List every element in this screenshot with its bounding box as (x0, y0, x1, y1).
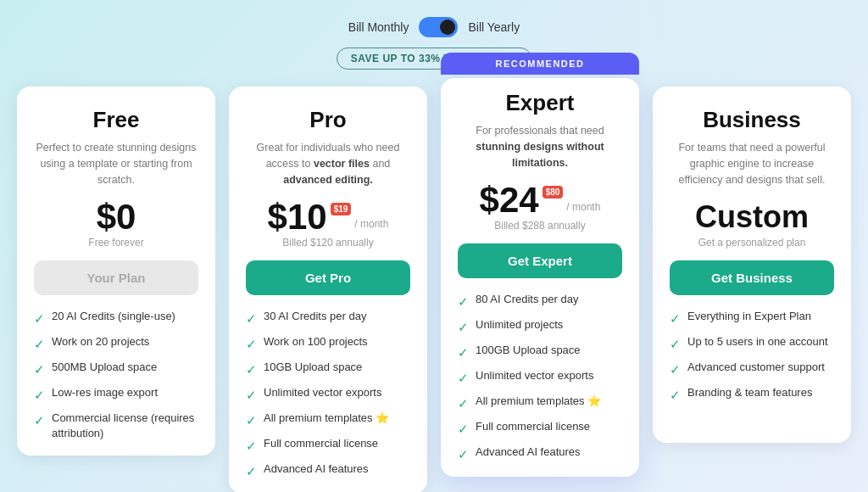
feature-item: ✓Full commercial license (246, 436, 410, 455)
plans-container: Free Perfect to create stunning designs … (17, 87, 851, 492)
feature-item: ✓Advanced AI features (458, 444, 622, 463)
feature-item: ✓Advanced AI features (246, 461, 410, 480)
price-old-expert: $80 (542, 186, 564, 198)
billed-free: Free forever (34, 237, 198, 249)
check-icon: ✓ (246, 411, 257, 429)
feature-item: ✓All premium templates ⭐ (246, 411, 410, 429)
check-icon: ✓ (458, 420, 469, 438)
toggle-knob (440, 20, 455, 35)
billed-expert: Billed $288 annually (458, 220, 622, 232)
feature-item: ✓Up to 5 users in one account (670, 334, 834, 353)
check-icon: ✓ (34, 386, 45, 404)
feature-item: ✓Full commercial license (458, 419, 622, 438)
feature-item: ✓Low-res image export (34, 385, 198, 404)
plan-desc-pro: Great for individuals who need access to… (246, 140, 410, 187)
check-icon: ✓ (458, 394, 469, 412)
check-icon: ✓ (670, 310, 681, 327)
plan-card-pro: Pro Great for individuals who need acces… (229, 87, 427, 492)
billing-toggle-switch[interactable] (419, 17, 458, 37)
price-period-pro: / month (354, 218, 388, 230)
feature-item: ✓Branding & team features (670, 385, 834, 404)
check-icon: ✓ (246, 361, 257, 378)
price-sub-business: Get a personalized plan (670, 237, 834, 249)
feature-item: ✓Advanced customer support (670, 360, 834, 378)
feature-item: ✓Unlimited vector exports (458, 368, 622, 387)
feature-item: ✓100GB Upload space (458, 343, 622, 361)
check-icon: ✓ (458, 293, 469, 310)
check-icon: ✓ (34, 335, 45, 353)
check-icon: ✓ (246, 310, 257, 327)
plan-card-expert: RECOMMENDED Expert For professionals tha… (441, 78, 639, 477)
plan-btn-free[interactable]: Your Plan (34, 260, 198, 295)
price-free: $0 (97, 199, 136, 235)
check-icon: ✓ (246, 462, 257, 480)
plan-card-business: Business For teams that need a powerful … (653, 87, 851, 443)
feature-item: ✓Commercial license (requires attributio… (34, 411, 198, 441)
features-pro: ✓30 AI Credits per day ✓Work on 100 proj… (246, 309, 410, 480)
check-icon: ✓ (246, 437, 257, 455)
feature-item: ✓10GB Upload space (246, 360, 410, 378)
plan-btn-expert[interactable]: Get Expert (458, 243, 622, 278)
plan-name-business: Business (670, 107, 834, 133)
check-icon: ✓ (458, 344, 469, 361)
price-row-expert: $24 $80 / month (458, 182, 622, 218)
price-pro: $10 (268, 199, 327, 235)
bill-monthly-label: Bill Monthly (348, 20, 409, 34)
plan-card-free: Free Perfect to create stunning designs … (17, 87, 215, 456)
plan-name-free: Free (34, 107, 198, 133)
check-icon: ✓ (670, 386, 681, 404)
feature-item: ✓500MB Upload space (34, 360, 198, 378)
price-old-pro: $19 (331, 203, 352, 215)
check-icon: ✓ (246, 386, 257, 404)
feature-item: ✓Unlimited vector exports (246, 385, 410, 404)
price-expert: $24 (480, 182, 539, 218)
feature-item: ✓Work on 100 projects (246, 334, 410, 353)
check-icon: ✓ (670, 335, 681, 353)
check-icon: ✓ (34, 310, 45, 327)
plan-desc-expert: For professionals that need stunning des… (458, 123, 622, 171)
features-business: ✓Everything in Expert Plan ✓Up to 5 user… (670, 309, 834, 404)
check-icon: ✓ (34, 411, 45, 429)
price-row-pro: $10 $19 / month (246, 199, 410, 235)
price-row-free: $0 (34, 199, 198, 235)
plan-name-pro: Pro (246, 107, 410, 133)
plan-desc-free: Perfect to create stunning designs using… (34, 140, 198, 187)
check-icon: ✓ (670, 361, 681, 378)
price-business: Custom (670, 199, 834, 235)
feature-item: ✓Work on 20 projects (34, 334, 198, 353)
price-period-expert: / month (566, 201, 600, 213)
check-icon: ✓ (458, 318, 469, 336)
plan-name-expert: Expert (458, 90, 622, 116)
feature-item: ✓Everything in Expert Plan (670, 309, 834, 327)
features-free: ✓20 AI Credits (single-use) ✓Work on 20 … (34, 309, 198, 441)
bill-yearly-label: Bill Yearly (468, 20, 520, 34)
check-icon: ✓ (458, 445, 469, 463)
feature-item: ✓All premium templates ⭐ (458, 394, 622, 412)
feature-item: ✓Unlimited projects (458, 317, 622, 336)
check-icon: ✓ (246, 335, 257, 353)
feature-item: ✓20 AI Credits (single-use) (34, 309, 198, 327)
billing-toggle: Bill Monthly Bill Yearly (348, 17, 520, 37)
check-icon: ✓ (458, 369, 469, 387)
features-expert: ✓80 AI Credits per day ✓Unlimited projec… (458, 292, 622, 463)
billed-pro: Billed $120 annually (246, 237, 410, 249)
plan-btn-business[interactable]: Get Business (670, 260, 834, 295)
feature-item: ✓30 AI Credits per day (246, 309, 410, 327)
check-icon: ✓ (34, 361, 45, 378)
plan-btn-pro[interactable]: Get Pro (246, 260, 410, 295)
feature-item: ✓80 AI Credits per day (458, 292, 622, 310)
recommended-badge: RECOMMENDED (441, 53, 639, 75)
plan-desc-business: For teams that need a powerful graphic e… (670, 140, 834, 187)
